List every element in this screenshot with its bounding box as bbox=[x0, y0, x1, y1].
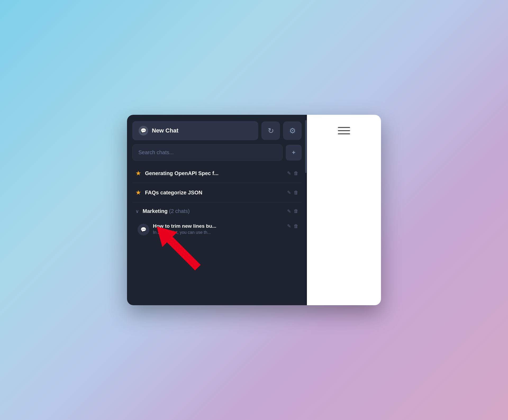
chat-bubble-icon: 💬 bbox=[139, 126, 148, 135]
hamburger-line bbox=[338, 133, 350, 134]
sidebar: 💬 New Chat ↻ ⚙ + ★ Generating OpenAPI Sp… bbox=[127, 115, 307, 305]
right-panel bbox=[307, 115, 381, 305]
chat-list: ★ Generating OpenAPI Spec f... ✎ 🗑 ★ FAQ… bbox=[132, 165, 302, 240]
chat-title: Generating OpenAPI Spec f... bbox=[145, 170, 283, 176]
search-row: + bbox=[132, 144, 302, 161]
action-icons: ✎ 🗑 bbox=[287, 190, 298, 195]
action-icons: ✎ 🗑 bbox=[287, 223, 298, 229]
search-input[interactable] bbox=[132, 144, 283, 161]
add-folder-icon: + bbox=[292, 149, 296, 156]
list-item[interactable]: ★ Generating OpenAPI Spec f... ✎ 🗑 bbox=[132, 165, 302, 182]
chevron-down-icon: ∨ bbox=[135, 208, 139, 214]
refresh-icon: ↻ bbox=[268, 126, 274, 135]
folder-count: (2 chats) bbox=[169, 208, 190, 214]
delete-icon[interactable]: 🗑 bbox=[294, 190, 298, 195]
settings-icon: ⚙ bbox=[289, 126, 296, 135]
hamburger-line bbox=[338, 130, 350, 131]
divider bbox=[132, 202, 302, 202]
edit-icon[interactable]: ✎ bbox=[287, 223, 291, 229]
action-icons: ✎ 🗑 bbox=[287, 170, 298, 176]
sub-chat-content: How to trim new lines bu... In JavaScrip… bbox=[153, 223, 283, 235]
star-icon: ★ bbox=[135, 189, 141, 196]
star-icon: ★ bbox=[135, 170, 141, 177]
sub-chat-preview: In JavaScript, you can use th... bbox=[153, 230, 283, 235]
sub-chat-title: How to trim new lines bu... bbox=[153, 223, 283, 229]
folder-title: Marketing (2 chats) bbox=[143, 208, 283, 214]
delete-icon[interactable]: 🗑 bbox=[294, 171, 298, 176]
edit-icon[interactable]: ✎ bbox=[287, 170, 291, 176]
settings-button[interactable]: ⚙ bbox=[283, 121, 302, 140]
refresh-button[interactable]: ↻ bbox=[261, 121, 280, 140]
folder-name: Marketing bbox=[143, 208, 169, 214]
hamburger-line bbox=[338, 127, 350, 128]
scrollbar-thumb bbox=[305, 120, 307, 173]
new-chat-button[interactable]: 💬 New Chat bbox=[132, 121, 258, 140]
edit-icon[interactable]: ✎ bbox=[287, 208, 291, 214]
edit-icon[interactable]: ✎ bbox=[287, 190, 291, 195]
chat-title: FAQs categorize JSON bbox=[145, 190, 283, 196]
folder-item[interactable]: ∨ Marketing (2 chats) ✎ 🗑 bbox=[132, 203, 302, 219]
list-item[interactable]: ★ FAQs categorize JSON ✎ 🗑 bbox=[132, 184, 302, 201]
list-item[interactable]: 💬 How to trim new lines bu... In JavaScr… bbox=[132, 219, 302, 240]
delete-icon[interactable]: 🗑 bbox=[294, 208, 298, 214]
divider bbox=[132, 183, 302, 183]
top-bar: 💬 New Chat ↻ ⚙ bbox=[132, 121, 302, 140]
action-icons: ✎ 🗑 bbox=[287, 208, 298, 214]
scrollbar-track[interactable] bbox=[305, 115, 307, 305]
delete-icon[interactable]: 🗑 bbox=[294, 223, 298, 229]
hamburger-menu-button[interactable] bbox=[333, 122, 355, 139]
add-folder-button[interactable]: + bbox=[286, 145, 302, 161]
new-chat-label: New Chat bbox=[152, 127, 178, 134]
chat-bubble-icon: 💬 bbox=[138, 224, 149, 235]
